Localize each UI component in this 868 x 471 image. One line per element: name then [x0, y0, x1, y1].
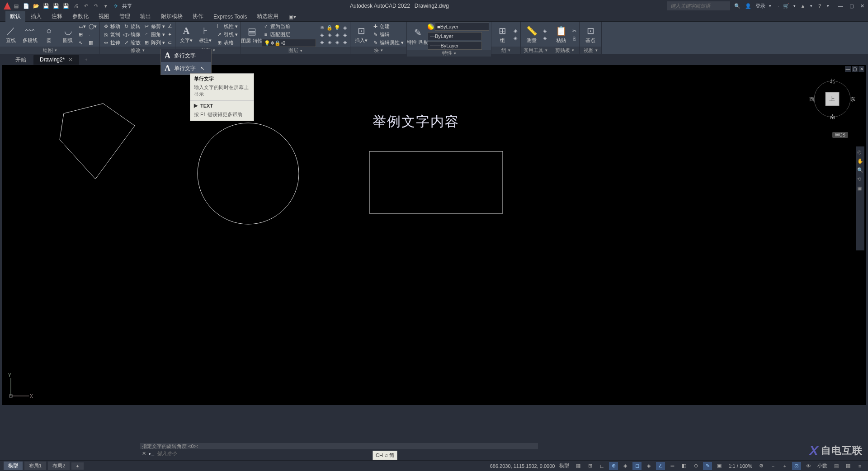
explode-icon[interactable]: ✦: [167, 31, 173, 38]
search-input[interactable]: [667, 1, 730, 10]
panel-util-label[interactable]: 实用工具: [521, 47, 550, 54]
dimension-button[interactable]: ⊦标注▾: [196, 24, 214, 46]
close-tab-icon[interactable]: ✕: [68, 57, 73, 63]
polar-icon[interactable]: ⊕: [609, 462, 618, 470]
linetype-select[interactable]: ─── ByLayer: [428, 42, 482, 50]
layer-iso-icon[interactable]: ◈: [342, 24, 348, 31]
mtext-item[interactable]: A 多行文字: [161, 49, 211, 62]
stretch-button[interactable]: ⇔拉伸: [102, 39, 121, 47]
mirror-button[interactable]: ◁▷镜像: [122, 31, 142, 38]
osnap-icon[interactable]: ◻: [632, 462, 642, 470]
rotate-button[interactable]: ↻旋转: [122, 23, 142, 30]
erase-icon[interactable]: ∠: [167, 23, 173, 30]
nav-wheel-icon[interactable]: ◎: [857, 149, 863, 155]
drawing-canvas[interactable]: — ▢ ✕ 举例文字内容 北 南 东 西 上 WCS ◎ ✋ 🔍 ⟲ ▣ Y X: [2, 65, 866, 405]
search-icon[interactable]: 🔍: [734, 2, 741, 9]
snap-icon[interactable]: ⊞: [585, 462, 594, 470]
qat-save-icon[interactable]: 💾: [42, 2, 50, 9]
circle-button[interactable]: ○圆: [40, 24, 58, 46]
linear-button[interactable]: ⊢线性▾: [215, 23, 239, 30]
3dosnap-icon[interactable]: ◈: [644, 462, 653, 470]
model-tab[interactable]: 模型: [4, 462, 23, 470]
text-button[interactable]: A文字▾: [177, 24, 195, 46]
qat-plot-icon[interactable]: 🖨: [72, 2, 80, 9]
qat-open-icon[interactable]: 📂: [33, 2, 40, 9]
panel-clip-label[interactable]: 剪贴板: [550, 47, 579, 54]
tab-collab[interactable]: 协作: [188, 11, 208, 22]
measure-button[interactable]: 📏测量: [523, 24, 541, 46]
scale-button[interactable]: ⤢缩放: [122, 39, 142, 47]
wcs-badge[interactable]: WCS: [832, 132, 848, 138]
color-icon[interactable]: [428, 24, 434, 30]
ortho-icon[interactable]: ∟: [597, 462, 606, 470]
nav-zoom-icon[interactable]: 🔍: [857, 167, 863, 174]
layer-current-button[interactable]: ✓置为当前: [262, 23, 316, 30]
qat-dropdown-icon[interactable]: ▾: [102, 2, 109, 9]
panel-view-label[interactable]: 视图: [580, 47, 601, 54]
edit-block-button[interactable]: ✎编辑: [371, 31, 405, 38]
nav-pan-icon[interactable]: ✋: [857, 158, 863, 165]
tab-annotate[interactable]: 注释: [47, 11, 67, 22]
tab-express[interactable]: Express Tools: [209, 12, 251, 21]
layer-match-button[interactable]: ≡匹配图层: [262, 31, 316, 38]
panel-block-label[interactable]: 块: [350, 47, 406, 54]
paste-button[interactable]: 📋粘贴: [552, 24, 570, 46]
clean-icon[interactable]: ▦: [844, 462, 853, 470]
move-button[interactable]: ✥移动: [102, 23, 121, 30]
autodesk-icon[interactable]: ▲: [799, 2, 807, 9]
array-button[interactable]: ⊞阵列▾: [142, 39, 166, 47]
panel-props-label[interactable]: 特性: [407, 50, 491, 57]
qat-new-icon[interactable]: 📄: [23, 2, 30, 9]
tab-addins[interactable]: 附加模块: [156, 11, 187, 22]
user-icon[interactable]: 👤: [745, 2, 752, 9]
canvas-minimize-icon[interactable]: —: [845, 66, 851, 72]
share-label[interactable]: 共享: [122, 3, 132, 9]
workspace-icon[interactable]: ▤: [832, 462, 841, 470]
qat-saveas-icon[interactable]: 💾: [52, 2, 60, 9]
nav-showmotion-icon[interactable]: ▣: [857, 185, 863, 192]
region-icon[interactable]: ▦: [88, 39, 98, 47]
hatch-icon[interactable]: ⊞: [78, 31, 87, 38]
cmdline-close-icon[interactable]: ✕: [142, 451, 146, 457]
trans-icon[interactable]: ◧: [679, 462, 689, 470]
add-layout-button[interactable]: +: [71, 462, 83, 470]
layer-off-icon[interactable]: 💡: [334, 24, 340, 31]
layer-lock-icon[interactable]: 🔒: [326, 24, 333, 31]
visibility-icon[interactable]: 👁: [804, 462, 813, 470]
canvas-close-icon[interactable]: ✕: [859, 66, 864, 72]
model-toggle[interactable]: 模型: [557, 462, 571, 470]
color-select[interactable]: ■ ByLayer: [435, 23, 489, 31]
polyline-button[interactable]: 〰多段线: [21, 24, 39, 46]
iso-icon[interactable]: ◈: [621, 462, 630, 470]
tab-view[interactable]: 视图: [94, 11, 114, 22]
tab-collapse[interactable]: ▣▾: [284, 12, 301, 21]
arc-button[interactable]: ◡圆弧: [59, 24, 77, 46]
tab-featured[interactable]: 精选应用: [252, 11, 283, 22]
rect-icon[interactable]: ▭▾: [78, 23, 87, 30]
edit-attr-button[interactable]: ✎编辑属性▾: [371, 39, 405, 47]
fillet-button[interactable]: ◜圆角▾: [142, 31, 166, 38]
match-props-button[interactable]: ✎特性 匹配: [409, 25, 427, 47]
lwdisp-icon[interactable]: ═: [668, 462, 677, 470]
lineweight-select[interactable]: — ByLayer: [428, 32, 482, 40]
grid-icon[interactable]: ▦: [574, 462, 583, 470]
base-button[interactable]: ⊡基点: [581, 24, 599, 46]
tab-manage[interactable]: 管理: [115, 11, 135, 22]
layout2-tab[interactable]: 布局2: [48, 462, 70, 470]
tab-insert[interactable]: 插入: [26, 11, 46, 22]
panel-group-label[interactable]: 组: [491, 47, 520, 54]
zoom-in-icon[interactable]: +: [780, 462, 789, 470]
qat-undo-icon[interactable]: ↶: [82, 2, 90, 9]
cart-icon[interactable]: 🛒: [783, 2, 790, 9]
annomon-icon[interactable]: ✎: [703, 462, 712, 470]
layer-select[interactable]: 💡❄🔒▫ 0: [262, 39, 316, 47]
canvas-maximize-icon[interactable]: ▢: [852, 66, 858, 72]
layout1-tab[interactable]: 布局1: [24, 462, 46, 470]
ellipse-icon[interactable]: ◯▾: [88, 23, 98, 30]
create-block-button[interactable]: ✚创建: [371, 23, 405, 30]
scale-display[interactable]: 1:1 / 100%: [726, 463, 754, 469]
qat-menu-icon[interactable]: ▤: [13, 2, 20, 9]
point-icon[interactable]: ·: [88, 31, 98, 38]
spline-icon[interactable]: ∿: [78, 39, 87, 47]
customize-icon[interactable]: ≡: [855, 462, 864, 470]
